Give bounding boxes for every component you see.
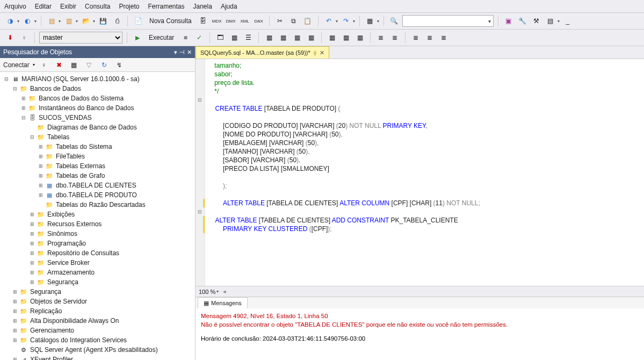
expander-icon[interactable]: ⊞ — [12, 337, 18, 343]
tree-tab-externas[interactable]: ⊞📁Tabelas Externas — [1, 161, 194, 171]
table3-icon[interactable]: ▦ — [354, 32, 366, 44]
expander-icon[interactable]: ⊟ — [3, 76, 10, 82]
expander-icon[interactable]: ⊞ — [12, 327, 18, 334]
connect-icon-2[interactable]: ✖ — [53, 59, 65, 71]
tree-tab-sistema[interactable]: ⊞📁Tabelas do Sistema — [1, 142, 194, 152]
cut-icon[interactable]: ✂ — [274, 15, 286, 27]
connect-icon-6[interactable]: ↯ — [113, 59, 125, 71]
new-query-dropdown[interactable]: ▾ — [59, 19, 61, 24]
save-icon[interactable] — [97, 15, 109, 27]
expander-icon[interactable]: ⊞ — [38, 182, 44, 189]
expander-icon[interactable]: ⊞ — [29, 231, 35, 237]
properties-dropdown[interactable]: ▾ — [377, 19, 379, 24]
tree-tab-razao[interactable]: ⊞📁Tabelas do Razão Descartadas — [1, 200, 194, 210]
outdent-icon[interactable]: ≣ — [389, 32, 401, 44]
expander-icon[interactable]: ⊞ — [29, 250, 35, 256]
open-dropdown[interactable]: ▾ — [76, 19, 78, 24]
tree-armazenamento[interactable]: ⊞📁Armazenamento — [1, 268, 194, 277]
find-combo[interactable] — [402, 15, 494, 27]
redo-dropdown[interactable]: ▾ — [353, 19, 355, 24]
expander-icon[interactable]: ⊞ — [12, 318, 18, 324]
scroll-left-icon[interactable]: ◂ — [223, 288, 226, 295]
grid3-icon[interactable]: ▦ — [291, 32, 303, 44]
tree-sucos[interactable]: ⊟🗄SUCOS_VENDAS — [1, 113, 194, 123]
undo-icon[interactable]: ↶ — [323, 15, 335, 27]
object-explorer-tree[interactable]: ⊟🖥MARIANO (SQL Server 16.0.1000.6 - sa) … — [0, 72, 195, 360]
expander-icon[interactable]: ⊞ — [12, 298, 18, 305]
xmla-icon[interactable]: XML — [239, 15, 251, 27]
comment-icon[interactable]: ≣ — [410, 32, 422, 44]
indent-icon[interactable]: ≣ — [375, 32, 387, 44]
menu-consulta[interactable]: Consulta — [85, 3, 110, 10]
connect-dropdown[interactable]: ▾ — [33, 62, 35, 67]
paste-icon[interactable]: 📋 — [302, 15, 314, 27]
tree-tab-produto[interactable]: ⊞▦dbo.TABELA DE PRODUTO — [1, 190, 194, 200]
tree-catalogos[interactable]: ⊞📁Catálogos do Integration Services — [1, 335, 194, 345]
dmx-icon[interactable]: DMX — [225, 15, 237, 27]
open-file-icon[interactable]: 📂 — [80, 15, 92, 27]
expander-icon[interactable]: ⊞ — [12, 308, 18, 314]
expander-icon[interactable]: ⊞ — [29, 221, 35, 227]
expander-icon[interactable]: ⊞ — [38, 172, 44, 179]
filter-icon[interactable]: ▽ — [83, 59, 95, 71]
menu-projeto[interactable]: Projeto — [119, 3, 139, 10]
expander-icon[interactable]: ⊞ — [29, 279, 35, 285]
execute-button[interactable]: Executar — [146, 32, 177, 44]
expander-icon[interactable]: ⊟ — [20, 114, 27, 121]
tool-c-icon[interactable]: ⚒ — [531, 15, 542, 27]
tree-recursos-ext[interactable]: ⊞📁Recursos Externos — [1, 219, 194, 229]
expander-icon[interactable]: ⊞ — [20, 105, 27, 111]
menu-arquivo[interactable]: Arquivo — [4, 3, 26, 10]
zoom-dropdown-icon[interactable]: ▾ — [216, 289, 219, 294]
db-engine-icon[interactable]: 🗄 — [197, 15, 209, 27]
expander-icon[interactable]: ⊞ — [20, 95, 27, 102]
sql-tb-1[interactable]: ⬇ — [4, 32, 16, 44]
tree-sql-agent[interactable]: ⊞⚙SQL Server Agent (Agent XPs desabilita… — [1, 345, 194, 355]
expander-icon[interactable]: ⊞ — [29, 260, 35, 266]
tool-d-dropdown[interactable]: ▾ — [558, 19, 560, 24]
document-tab[interactable]: SQLQuery5.sql - MA...O.master (sa (59))*… — [196, 46, 329, 59]
grid2-icon[interactable]: ▦ — [277, 32, 289, 44]
menu-ferramentas[interactable]: Ferramentas — [148, 3, 184, 10]
copy-icon[interactable]: ⧉ — [288, 15, 300, 27]
redo-icon[interactable]: ↷ — [340, 15, 352, 27]
save-all-icon[interactable]: ⎙ — [111, 15, 123, 27]
forward-dropdown[interactable]: ▾ — [34, 19, 37, 24]
stop-icon[interactable]: ■ — [179, 32, 191, 44]
tree-diagramas[interactable]: ⊞📁Diagramas de Banco de Dados — [1, 123, 194, 132]
expander-icon[interactable]: ⊞ — [12, 356, 18, 360]
tree-obj-servidor[interactable]: ⊞📁Objetos de Servidor — [1, 297, 194, 306]
menu-ajuda[interactable]: Ajuda — [221, 3, 237, 10]
undo-dropdown[interactable]: ▾ — [336, 19, 338, 24]
open-file-dropdown[interactable]: ▾ — [93, 19, 95, 24]
fold-icon[interactable]: ⊟ — [198, 96, 202, 104]
refresh-icon[interactable]: ↻ — [98, 59, 110, 71]
sql-editor[interactable]: tamanho; sabor; preço de lista. */ ⊟ CRE… — [196, 59, 644, 286]
expander-icon[interactable]: ⊞ — [38, 192, 44, 198]
tool-a-icon[interactable]: ▣ — [503, 15, 515, 27]
open-icon[interactable]: ▥ — [63, 15, 75, 27]
tree-service-broker[interactable]: ⊞📁Service Broker — [1, 258, 194, 268]
tree-replicacao[interactable]: ⊞📁Replicação — [1, 306, 194, 316]
dax-icon[interactable]: DAX — [253, 15, 265, 27]
parse-icon[interactable]: ✓ — [193, 32, 205, 44]
code-content[interactable]: tamanho; sabor; preço de lista. */ ⊟ CRE… — [196, 59, 644, 235]
tree-server[interactable]: ⊟🖥MARIANO (SQL Server 16.0.1000.6 - sa) — [1, 74, 194, 84]
tree-tab-grafo[interactable]: ⊞📁Tabelas de Grafo — [1, 171, 194, 181]
zoom-level[interactable]: 100 % — [199, 289, 215, 295]
forward-button[interactable]: ◐ — [21, 15, 33, 27]
tree-repo[interactable]: ⊞📁Repositório de Consultas — [1, 248, 194, 258]
expander-icon[interactable]: ⊟ — [29, 134, 35, 140]
tree-filetables[interactable]: ⊞📁FileTables — [1, 152, 194, 161]
pin-icon[interactable]: ⟠ — [314, 50, 316, 56]
tree-xevent[interactable]: ⊞⊿XEvent Profiler — [1, 355, 194, 360]
connect-button[interactable]: Conectar — [3, 61, 30, 69]
menu-janela[interactable]: Janela — [193, 3, 212, 10]
tree-programacao[interactable]: ⊞📁Programação — [1, 239, 194, 248]
results-text-icon[interactable]: ☰ — [242, 32, 254, 44]
pane-pin-icon[interactable]: ⊣ — [179, 49, 185, 56]
connect-icon-1[interactable]: ♀ — [38, 59, 50, 71]
mdx-icon[interactable]: MDX — [211, 15, 223, 27]
table2-icon[interactable]: ▦ — [340, 32, 352, 44]
pane-close-icon[interactable]: ✕ — [187, 49, 192, 56]
